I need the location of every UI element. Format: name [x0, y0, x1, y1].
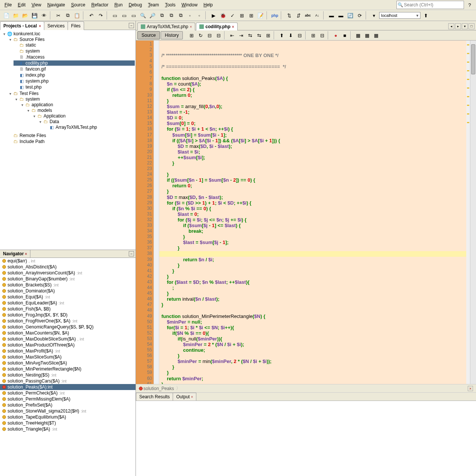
menu-source[interactable]: Source: [69, 2, 87, 8]
menu-run[interactable]: Run: [112, 2, 125, 8]
tool-btn[interactable]: ⊞: [187, 31, 196, 39]
project-tree[interactable]: ▾konkurent.loc▾Source Filesstaticsystem.…: [0, 30, 136, 250]
tree-item[interactable]: ▾Application: [32, 113, 135, 119]
open-button[interactable]: 📂: [21, 11, 29, 20]
navigator-item[interactable]: solution_TreeHeight($T): [0, 420, 136, 426]
output-tab[interactable]: Search Results: [136, 393, 173, 401]
panel-tab[interactable]: Files: [68, 21, 84, 30]
tree-item[interactable]: ▾models: [26, 108, 135, 113]
navigator-item[interactable]: solution_FrogJmp($X, $Y, $D): [0, 312, 136, 318]
zoom-btn-3[interactable]: ▭: [130, 11, 138, 20]
tool-btn[interactable]: ◦: [195, 11, 203, 20]
expand-icon[interactable]: ▾: [20, 103, 24, 107]
navigator-item[interactable]: solution_PassingCars($A):int: [0, 378, 136, 384]
navigator-item[interactable]: solution_MaxProfit($A):int: [0, 348, 136, 354]
tree-item[interactable]: system: [14, 48, 135, 54]
panel-tab[interactable]: Projects - Local×: [0, 21, 44, 30]
expand-icon[interactable]: ▾: [38, 120, 42, 124]
navigator-item[interactable]: solution_TapeEquilibrium($A): [0, 414, 136, 420]
tool-btn[interactable]: ▦: [363, 31, 371, 39]
sync-button[interactable]: 🔄: [346, 11, 354, 20]
navigator-item[interactable]: solution_MaxCounters($N, $A): [0, 330, 136, 336]
sync-button[interactable]: ⟳: [355, 11, 364, 20]
close-icon[interactable]: ×: [39, 24, 41, 28]
source-view-button[interactable]: Source: [137, 31, 160, 39]
navigator-item[interactable]: solution_Dominator($A): [0, 288, 136, 294]
sort-az-button[interactable]: A↓: [313, 11, 321, 20]
menu-tools[interactable]: Tools: [163, 2, 178, 8]
cut-button[interactable]: ✂: [54, 11, 62, 20]
menu-refactor[interactable]: Refactor: [89, 2, 110, 8]
menu-file[interactable]: File: [2, 2, 14, 8]
tool-btn[interactable]: ▦: [354, 31, 362, 39]
navigator-item[interactable]: equi($arr), int: [0, 258, 136, 264]
navigator-item[interactable]: solution_StoneWall_sigma2012($H):int: [0, 408, 136, 414]
tool-btn[interactable]: ⊟: [205, 31, 214, 39]
tool-btn[interactable]: ⧉: [176, 11, 185, 20]
breadcrumb-item[interactable]: solution_Peaks: [139, 386, 174, 391]
prev-tab-button[interactable]: ◂: [448, 23, 454, 29]
expand-icon[interactable]: ▾: [8, 92, 12, 96]
tool-btn[interactable]: ↻: [196, 31, 205, 39]
history-view-button[interactable]: History: [161, 31, 183, 39]
navigator-item[interactable]: solution_PermMissingElem($A): [0, 396, 136, 402]
uncomment-button[interactable]: ⊟: [318, 31, 326, 39]
menu-view[interactable]: View: [29, 2, 44, 8]
close-icon[interactable]: ×: [468, 386, 473, 391]
code-editor[interactable]: 1234567891011121314151617181920212223242…: [136, 41, 476, 384]
help-icon[interactable]: ?: [465, 1, 474, 9]
search-input[interactable]: [403, 2, 463, 8]
close-icon[interactable]: ×: [191, 395, 193, 399]
tree-item[interactable]: system.php: [14, 78, 135, 84]
tree-item[interactable]: ▾system: [14, 96, 135, 102]
tool-btn[interactable]: ⇆: [246, 31, 254, 39]
navigator-item[interactable]: solution_GenomicRangeQuery($S, $P, $Q): [0, 324, 136, 330]
copy-button[interactable]: ⧉: [63, 11, 72, 20]
save-all-button[interactable]: 💾: [30, 11, 39, 20]
upload-button[interactable]: ⬆: [422, 11, 430, 20]
tool-btn[interactable]: 📝: [256, 11, 265, 20]
navigator-item[interactable]: solution_Nesting($S):int: [0, 372, 136, 378]
zoom-btn-2[interactable]: ▭: [120, 11, 128, 20]
abc-button[interactable]: abc: [304, 11, 312, 20]
maximize-button[interactable]: □: [468, 23, 474, 29]
undo-button[interactable]: ↶: [87, 11, 95, 20]
navigator-item[interactable]: solution_Fish($A, $B): [0, 306, 136, 312]
zoom-btn-1[interactable]: ▭: [111, 11, 119, 20]
navigator-item[interactable]: solution_MaxSliceSum($A): [0, 354, 136, 360]
tree-item[interactable]: test.php: [14, 84, 135, 90]
sort-btn[interactable]: ⇵: [294, 11, 303, 20]
new-project-button[interactable]: 📁: [12, 11, 20, 20]
new-file-button[interactable]: 📄: [2, 11, 11, 20]
paste-button[interactable]: 📋: [73, 11, 81, 20]
editor-tab[interactable]: codility.php×: [196, 23, 237, 30]
panel-tab[interactable]: Services: [44, 21, 68, 30]
editor-tab[interactable]: ArrayToXMLTest.php×: [137, 23, 195, 30]
profile-button[interactable]: ⊞: [238, 11, 246, 20]
preview-button[interactable]: 👁: [40, 11, 48, 20]
tool-btn[interactable]: ⊞: [264, 31, 272, 39]
find-prev-button[interactable]: ⇤: [228, 31, 236, 39]
test-button[interactable]: ✓: [228, 11, 236, 20]
output-tab[interactable]: Output×: [173, 393, 196, 401]
navigator-item[interactable]: solution_Equi($A):int: [0, 294, 136, 300]
navigator-item[interactable]: solution_MinAvgTwoSlice($A): [0, 360, 136, 366]
zoom-in-button[interactable]: 🔍: [139, 11, 147, 20]
expand-icon[interactable]: ▾: [26, 108, 30, 113]
close-icon[interactable]: ×: [190, 25, 192, 29]
tree-item[interactable]: ▾Source Files: [8, 37, 135, 42]
close-icon[interactable]: ×: [232, 25, 234, 29]
menu-help[interactable]: Help: [201, 2, 215, 8]
db-button[interactable]: ▬: [337, 11, 345, 20]
navigator-item[interactable]: solution_MinPerimeterRectangle($N): [0, 366, 136, 372]
tool-btn[interactable]: ⇆: [255, 31, 263, 39]
record-macro-button[interactable]: ●: [331, 31, 340, 39]
menu-navigate[interactable]: Navigate: [45, 2, 67, 8]
tree-item[interactable]: favicon.gif: [14, 66, 135, 72]
navigator-item[interactable]: solution_FrogRiverOne($X, $A):int: [0, 318, 136, 324]
debug-button[interactable]: 🐞: [219, 11, 227, 20]
navigator-item[interactable]: solution_AbsDistinct($A): [0, 264, 136, 270]
navigator-list[interactable]: equi($arr), intsolution_AbsDistinct($A)s…: [0, 258, 136, 476]
next-tab-button[interactable]: ▸: [455, 23, 461, 29]
navigator-item[interactable]: solution_PermCheck($A):int: [0, 390, 136, 396]
